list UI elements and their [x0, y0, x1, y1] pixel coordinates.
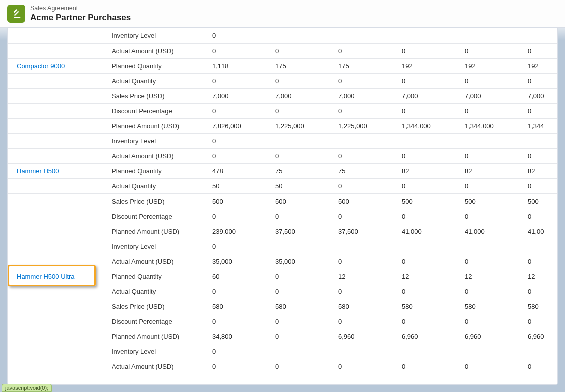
value-cell[interactable]: 6,960 — [524, 329, 558, 344]
value-cell[interactable]: 500 — [524, 193, 558, 209]
value-cell[interactable]: 12 — [524, 269, 558, 284]
value-cell[interactable]: 0 — [461, 284, 524, 299]
value-cell[interactable]: 580 — [271, 299, 334, 314]
value-cell[interactable]: 0 — [334, 314, 398, 329]
value-cell[interactable]: 1,344,000 — [398, 118, 461, 133]
value-cell[interactable] — [524, 344, 558, 359]
value-cell[interactable]: 75 — [334, 163, 398, 178]
value-cell[interactable]: 0 — [208, 103, 271, 118]
value-cell[interactable]: 50 — [271, 178, 334, 193]
value-cell[interactable] — [334, 28, 398, 43]
value-cell[interactable]: 0 — [461, 43, 524, 58]
value-cell[interactable]: 37,500 — [271, 224, 334, 239]
value-cell[interactable]: 7,000 — [334, 88, 398, 103]
value-cell[interactable]: 0 — [398, 103, 461, 118]
value-cell[interactable]: 7,000 — [208, 88, 271, 103]
value-cell[interactable]: 35,000 — [271, 254, 334, 269]
value-cell[interactable]: 0 — [398, 73, 461, 88]
value-cell[interactable] — [461, 133, 524, 148]
value-cell[interactable] — [271, 239, 334, 254]
value-cell[interactable]: 0 — [334, 103, 398, 118]
value-cell[interactable]: 580 — [461, 299, 524, 314]
value-cell[interactable]: 0 — [208, 239, 271, 254]
value-cell[interactable]: 0 — [524, 73, 558, 88]
value-cell[interactable]: 500 — [334, 193, 398, 209]
value-cell[interactable]: 500 — [271, 193, 334, 209]
value-cell[interactable]: 41,000 — [461, 224, 524, 239]
value-cell[interactable]: 0 — [271, 329, 334, 344]
product-link[interactable]: Hammer H500 Ultra — [17, 273, 75, 280]
value-cell[interactable]: 6,960 — [398, 329, 461, 344]
value-cell[interactable]: 34,800 — [208, 329, 271, 344]
value-cell[interactable]: 0 — [334, 43, 398, 58]
value-cell[interactable] — [461, 344, 524, 359]
value-cell[interactable]: 0 — [461, 209, 524, 224]
value-cell[interactable]: 0 — [398, 209, 461, 224]
value-cell[interactable]: 500 — [461, 193, 524, 209]
value-cell[interactable]: 7,000 — [524, 88, 558, 103]
value-cell[interactable]: 0 — [271, 359, 334, 374]
value-cell[interactable]: 0 — [398, 43, 461, 58]
value-cell[interactable]: 0 — [334, 254, 398, 269]
value-cell[interactable]: 0 — [271, 314, 334, 329]
value-cell[interactable] — [524, 133, 558, 148]
product-name-cell[interactable]: Hammer H500 Ultra — [8, 269, 108, 284]
value-cell[interactable]: 580 — [398, 299, 461, 314]
value-cell[interactable]: 12 — [334, 269, 398, 284]
value-cell[interactable]: 0 — [398, 314, 461, 329]
value-cell[interactable]: 0 — [208, 284, 271, 299]
value-cell[interactable]: 0 — [271, 73, 334, 88]
value-cell[interactable]: 35,000 — [208, 254, 271, 269]
value-cell[interactable]: 1,225,000 — [271, 118, 334, 133]
value-cell[interactable]: 580 — [334, 299, 398, 314]
value-cell[interactable]: 6,960 — [334, 329, 398, 344]
value-cell[interactable]: 500 — [208, 193, 271, 209]
value-cell[interactable]: 0 — [208, 73, 271, 88]
product-link[interactable]: Hammer H500 — [17, 167, 59, 175]
value-cell[interactable] — [334, 133, 398, 148]
value-cell[interactable]: 0 — [398, 359, 461, 374]
value-cell[interactable]: 0 — [271, 284, 334, 299]
value-cell[interactable]: 0 — [524, 103, 558, 118]
value-cell[interactable]: 41,00 — [524, 224, 558, 239]
value-cell[interactable]: 0 — [208, 148, 271, 163]
product-name-cell[interactable]: Hammer H500 — [8, 163, 108, 178]
value-cell[interactable]: 0 — [398, 284, 461, 299]
value-cell[interactable]: 12 — [398, 269, 461, 284]
value-cell[interactable] — [271, 28, 334, 43]
value-cell[interactable]: 0 — [271, 148, 334, 163]
value-cell[interactable]: 0 — [334, 209, 398, 224]
value-cell[interactable]: 0 — [524, 43, 558, 58]
value-cell[interactable] — [398, 133, 461, 148]
value-cell[interactable]: 60 — [208, 269, 271, 284]
value-cell[interactable] — [461, 28, 524, 43]
value-cell[interactable]: 580 — [208, 299, 271, 314]
value-cell[interactable] — [271, 344, 334, 359]
value-cell[interactable]: 82 — [398, 163, 461, 178]
product-link[interactable]: Compactor 9000 — [17, 62, 65, 70]
value-cell[interactable]: 0 — [461, 178, 524, 193]
value-cell[interactable]: 82 — [461, 163, 524, 178]
value-cell[interactable]: 1,225,000 — [334, 118, 398, 133]
value-cell[interactable]: 1,344,000 — [461, 118, 524, 133]
value-cell[interactable]: 0 — [398, 254, 461, 269]
value-cell[interactable]: 6,960 — [461, 329, 524, 344]
value-cell[interactable] — [334, 344, 398, 359]
value-cell[interactable]: 37,500 — [334, 224, 398, 239]
value-cell[interactable]: 0 — [208, 43, 271, 58]
value-cell[interactable] — [461, 239, 524, 254]
value-cell[interactable]: 239,000 — [208, 224, 271, 239]
value-cell[interactable]: 7,826,000 — [208, 118, 271, 133]
value-cell[interactable]: 175 — [334, 58, 398, 73]
value-cell[interactable]: 0 — [208, 133, 271, 148]
value-cell[interactable]: 1,344 — [524, 118, 558, 133]
value-cell[interactable]: 0 — [461, 314, 524, 329]
value-cell[interactable] — [271, 133, 334, 148]
value-cell[interactable]: 0 — [524, 359, 558, 374]
product-name-cell[interactable]: Compactor 9000 — [8, 58, 108, 73]
value-cell[interactable] — [398, 344, 461, 359]
value-cell[interactable]: 0 — [271, 43, 334, 58]
value-cell[interactable] — [524, 239, 558, 254]
value-cell[interactable]: 82 — [524, 163, 558, 178]
value-cell[interactable]: 7,000 — [398, 88, 461, 103]
